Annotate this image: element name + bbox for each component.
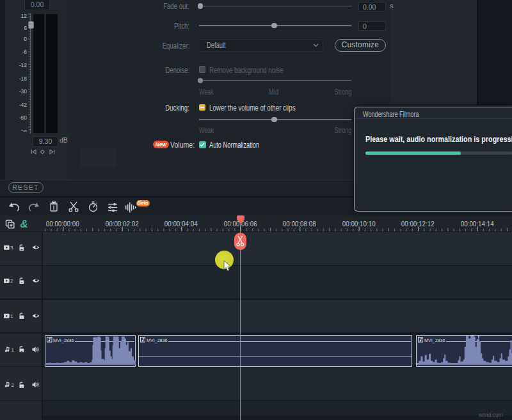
svg-text:1: 1	[12, 347, 15, 352]
svg-text:2: 2	[12, 382, 15, 387]
svg-text:3: 3	[10, 245, 13, 250]
svg-text:2: 2	[10, 278, 13, 283]
svg-text:1: 1	[10, 313, 13, 318]
